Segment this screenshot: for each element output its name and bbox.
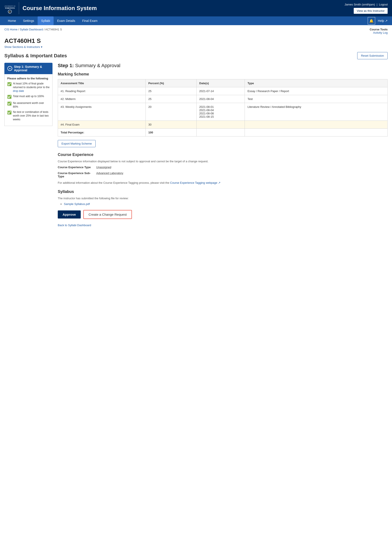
assessment-dates-2: 2021-08-04: [196, 95, 245, 103]
table-row: #2. Midterm 25 2021-08-04 Test: [58, 95, 388, 103]
nav-final-exam[interactable]: Final Exam: [79, 16, 101, 25]
tagging-note: For additional information about the Cou…: [58, 181, 388, 185]
table-row-total: Total Percentage: 100: [58, 129, 388, 136]
course-exp-subtype-value: Advanced Laboratory: [96, 172, 123, 175]
header-right: James Smith (smithjam) | Logout View as …: [345, 3, 388, 14]
left-sidebar: ● Step 1: Summary & Approval Please adhe…: [4, 63, 52, 227]
adhere-box: Please adhere to the following ✅ At leas…: [4, 74, 52, 126]
create-change-request-button[interactable]: Create a Change Request: [83, 210, 132, 219]
logout-link[interactable]: Logout: [379, 3, 388, 6]
step-indicator-label: Step 1: Summary & Approval: [14, 65, 49, 72]
course-tools: Course Tools Activity Log: [370, 28, 388, 34]
assessment-type-3: Literature Review / Annotated Bibliograp…: [245, 103, 388, 121]
export-marking-scheme-button[interactable]: Export Marking Scheme: [58, 140, 96, 147]
external-link-icon: ↗: [218, 181, 220, 184]
page-title: ACT460H1 S: [4, 37, 388, 44]
assessment-type-4: [245, 121, 388, 129]
approve-button[interactable]: Approve: [58, 210, 81, 219]
syllabus-section: Syllabus The instructor has submitted th…: [58, 189, 388, 205]
university-logo: UNIVERSITY OF TORONTO 🎓: [4, 2, 15, 14]
col-percent: Percent (%): [146, 79, 197, 87]
breadcrumb-cis-home[interactable]: CIS Home: [4, 28, 18, 31]
breadcrumb-current: ACT460H1 S: [45, 28, 62, 31]
chevron-down-icon: ▾: [41, 45, 42, 49]
assessment-dates-4: [196, 121, 245, 129]
course-exp-type-row: Course Experience Type Unassigned: [58, 166, 388, 169]
view-as-instructor-button[interactable]: View as this Instructor: [354, 8, 388, 14]
syllabus-note: The instructor has submitted the followi…: [58, 197, 388, 200]
reset-submission-button[interactable]: Reset Submission: [357, 52, 388, 59]
svg-text:UNIVERSITY OF: UNIVERSITY OF: [4, 5, 15, 7]
top-header: UNIVERSITY OF TORONTO 🎓 Course Informati…: [0, 0, 392, 16]
drop-date-link[interactable]: drop date: [13, 89, 24, 93]
nav-right: 🔔 Help ↗: [368, 17, 388, 24]
course-experience-section: Course Experience Course Experience info…: [58, 152, 388, 185]
syllabus-header: Syllabus & Important Dates Reset Submiss…: [4, 52, 388, 59]
adhere-title: Please adhere to the following: [7, 77, 50, 80]
activity-log-link[interactable]: Activity Log: [370, 31, 388, 34]
assessment-title-3: #3. Weekly Assignments: [58, 103, 146, 121]
adhere-text-2: Total must add up to 100%: [13, 94, 44, 98]
step-indicator: ● Step 1: Summary & Approval: [4, 63, 52, 74]
tagging-webpage-link[interactable]: Course Experience Tagging webpage ↗: [170, 181, 220, 184]
course-experience-heading: Course Experience: [58, 152, 388, 157]
nav-home[interactable]: Home: [4, 16, 19, 25]
action-buttons: Approve Create a Change Request: [58, 210, 388, 219]
tagging-link-label: Course Experience Tagging webpage: [170, 181, 217, 184]
svg-text:TORONTO: TORONTO: [5, 7, 15, 9]
assessment-title-1: #1. Reading Report: [58, 87, 146, 95]
marking-scheme-table: Assessment Title Percent (%) Date(s) Typ…: [58, 79, 388, 136]
assessment-title-4: #4. Final Exam: [58, 121, 146, 129]
content-layout: ● Step 1: Summary & Approval Please adhe…: [4, 63, 388, 227]
col-assessment-title: Assessment Title: [58, 79, 146, 87]
course-experience-note: Course Experience information displayed …: [58, 160, 388, 163]
user-info: James Smith (smithjam) | Logout: [345, 3, 388, 6]
breadcrumb-syllabi-dashboard[interactable]: Syllabi Dashboard: [20, 28, 43, 31]
list-item: Sample Syllabus.pdf: [64, 202, 388, 205]
right-content: Step 1: Summary & Approval Marking Schem…: [52, 63, 388, 227]
external-link-icon: ↗: [385, 19, 388, 23]
adhere-item-4: ✅ No test or combination of tests worth …: [7, 110, 50, 121]
adhere-text-4: No test or combination of tests worth ov…: [13, 110, 50, 121]
step-circle: ●: [7, 66, 12, 71]
nav-settings[interactable]: Settings: [19, 16, 38, 25]
svg-text:🎓: 🎓: [9, 10, 11, 13]
step-heading-bold: Step 1:: [58, 63, 74, 68]
help-label: Help: [378, 19, 384, 23]
total-label: Total Percentage:: [58, 129, 146, 136]
breadcrumb-area: CIS Home / Syllabi Dashboard / ACT460H1 …: [0, 25, 392, 35]
nav-items: Home Settings Syllabi Exam Details Final…: [4, 16, 101, 25]
adhere-item-2: ✅ Total must add up to 100%: [7, 94, 50, 99]
assessment-percent-3: 20: [146, 103, 197, 121]
step-heading: Step 1: Summary & Approval: [58, 63, 388, 69]
help-link[interactable]: Help ↗: [378, 19, 388, 23]
adhere-text-3: No assessment worth over 80%: [13, 101, 50, 109]
step-heading-normal: Summary & Approval: [75, 63, 120, 68]
assessment-type-2: Test: [245, 95, 388, 103]
nav-syllabi[interactable]: Syllabi: [38, 16, 54, 25]
username: James Smith (smithjam): [345, 3, 375, 6]
tagging-note-text: For additional information about the Cou…: [58, 181, 169, 184]
assessment-percent-1: 25: [146, 87, 197, 95]
assessment-title-2: #2. Midterm: [58, 95, 146, 103]
course-exp-subtype-row: Course Experience Sub-Type Advanced Labo…: [58, 172, 388, 178]
syllabus-section-heading: Syllabus: [58, 189, 388, 194]
logo-area: UNIVERSITY OF TORONTO 🎓: [4, 2, 19, 14]
adhere-text-1: At least 10% of final grade returned to …: [13, 82, 50, 93]
header-left: UNIVERSITY OF TORONTO 🎓 Course Informati…: [4, 2, 97, 14]
assessment-percent-4: 30: [146, 121, 197, 129]
syllabus-file-link[interactable]: Sample Syllabus.pdf: [64, 202, 90, 205]
check-icon-3: ✅: [7, 101, 12, 106]
show-sections-link[interactable]: Show Sections & Instructors ▾: [4, 45, 42, 49]
course-exp-subtype-label: Course Experience Sub-Type: [58, 172, 93, 178]
assessment-dates-3: 2021-08-01 2021-08-04 2021-08-08 2021-08…: [196, 103, 245, 121]
check-icon-2: ✅: [7, 94, 12, 99]
col-dates: Date(s): [196, 79, 245, 87]
course-tools-title: Course Tools: [370, 28, 388, 31]
assessment-percent-2: 25: [146, 95, 197, 103]
breadcrumb-sep1: /: [18, 28, 20, 31]
back-to-syllabi-dashboard-link[interactable]: Back to Syllabi Dashboard: [58, 224, 91, 227]
nav-exam-details[interactable]: Exam Details: [54, 16, 79, 25]
notification-button[interactable]: 🔔: [368, 17, 375, 24]
table-row-highlighted: #4. Final Exam 30: [58, 121, 388, 129]
